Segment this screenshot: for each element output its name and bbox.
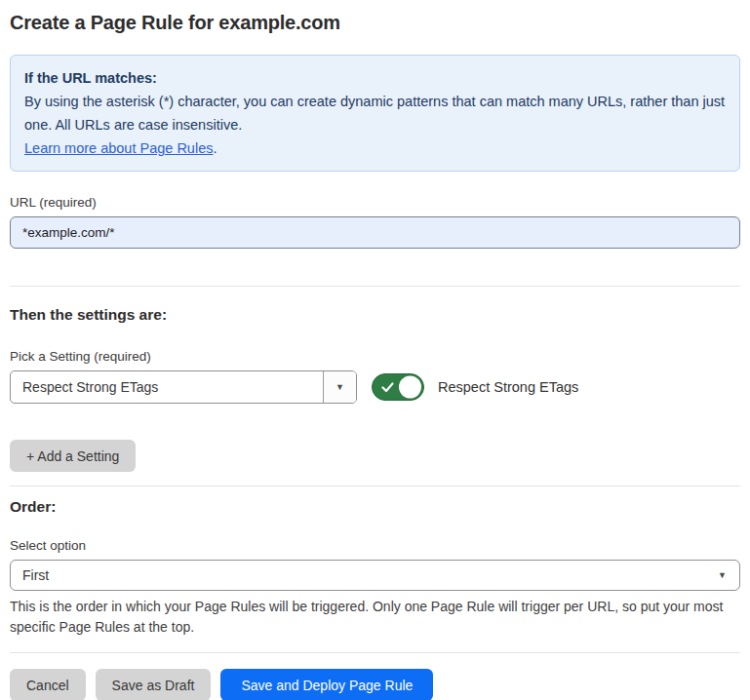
info-box-heading: If the URL matches: <box>24 66 726 90</box>
info-box-body: By using the asterisk (*) character, you… <box>24 90 726 136</box>
check-icon <box>381 382 394 393</box>
setting-select-value: Respect Strong ETags <box>11 379 158 395</box>
section-divider <box>10 286 740 287</box>
order-select[interactable]: First ▼ <box>10 560 740 591</box>
save-draft-button[interactable]: Save as Draft <box>96 669 212 700</box>
caret-down-icon: ▼ <box>718 571 727 580</box>
add-setting-button[interactable]: + Add a Setting <box>10 440 136 472</box>
toggle-knob <box>399 376 421 399</box>
section-divider <box>10 486 740 486</box>
order-select-value: First <box>11 567 49 583</box>
page-title: Create a Page Rule for example.com <box>10 12 740 34</box>
setting-toggle[interactable] <box>372 373 424 401</box>
order-help-text: This is the order in which your Page Rul… <box>10 597 740 637</box>
create-page-rule-form: Create a Page Rule for example.com If th… <box>0 0 750 700</box>
caret-down-icon: ▼ <box>336 383 344 392</box>
order-heading: Order: <box>10 498 740 516</box>
cancel-button[interactable]: Cancel <box>10 669 86 700</box>
setting-select[interactable]: Respect Strong ETags ▼ <box>10 370 357 404</box>
save-deploy-button[interactable]: Save and Deploy Page Rule <box>220 669 433 700</box>
setting-toggle-group: Respect Strong ETags <box>372 373 578 401</box>
info-box-link-line: Learn more about Page Rules. <box>24 136 726 160</box>
learn-more-link[interactable]: Learn more about Page Rules <box>24 140 213 156</box>
pick-setting-label: Pick a Setting (required) <box>10 349 740 364</box>
setting-row: Respect Strong ETags ▼ Respect Strong ET… <box>10 370 740 404</box>
select-option-label: Select option <box>10 538 740 553</box>
section-divider <box>10 652 740 653</box>
url-match-info-box: If the URL matches: By using the asteris… <box>10 55 740 172</box>
url-label: URL (required) <box>10 195 740 210</box>
link-suffix: . <box>213 140 217 156</box>
setting-toggle-label: Respect Strong ETags <box>438 379 578 395</box>
url-input[interactable] <box>10 216 740 249</box>
footer-actions: Cancel Save as Draft Save and Deploy Pag… <box>10 669 740 700</box>
settings-heading: Then the settings are: <box>10 306 740 324</box>
setting-select-arrow-button[interactable]: ▼ <box>323 371 356 403</box>
